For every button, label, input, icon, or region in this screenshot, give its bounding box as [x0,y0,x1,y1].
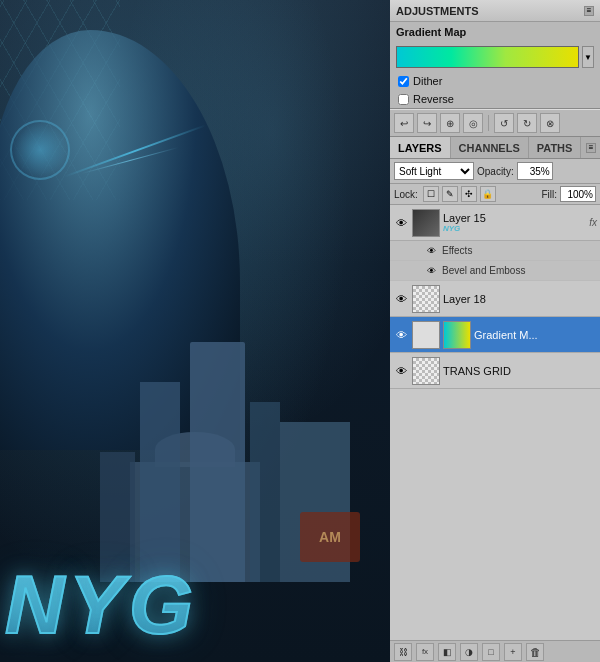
toolbar-btn-6[interactable]: ↻ [517,113,537,133]
layer-item-layer18[interactable]: 👁 Layer 18 [390,281,600,317]
lock-image-btn[interactable]: ✎ [442,186,458,202]
reverse-row: Reverse [390,90,600,108]
dither-row: Dither [390,72,600,90]
reverse-label: Reverse [413,93,454,105]
toolbar-btn-5[interactable]: ↺ [494,113,514,133]
layer-nyg-mini: NYG [443,224,586,233]
layer-info-trans: TRANS GRID [443,365,597,377]
nyg-text: NYG [5,558,390,652]
bevel-label: Bevel and Emboss [442,265,525,276]
layer-eye-layer18[interactable]: 👁 [393,291,409,307]
layer-thumb-layer15 [412,209,440,237]
layer-mask-btn[interactable]: ◧ [438,643,456,661]
layer-thumb-gradient-left [412,321,440,349]
layers-list: 👁 Layer 15 NYG fx 👁 Effects 👁 Bevel and … [390,205,600,640]
gradient-bar[interactable] [396,46,579,68]
bevel-eye[interactable]: 👁 [425,265,437,277]
gradient-bar-container: ▼ [390,42,600,72]
glow-circle [10,120,70,180]
fill-label: Fill: [541,189,557,200]
panel-controls: ≡ [584,6,594,16]
layers-tabs: LAYERS CHANNELS PATHS ≡ [390,137,600,159]
gradient-map-title: Gradient Map [390,22,600,42]
layer-item-layer15[interactable]: 👁 Layer 15 NYG fx [390,205,600,241]
panel-options-btn[interactable]: ≡ [584,6,594,16]
gradient-arrow[interactable]: ▼ [582,46,594,68]
layer-info-gradient: Gradient M... [474,329,597,341]
adjustments-panel-header: ADJUSTMENTS ≡ [390,0,600,22]
layer-name-layer15: Layer 15 [443,212,586,224]
lock-label: Lock: [394,189,418,200]
layer-item-gradient-map[interactable]: 👁 Gradient M... [390,317,600,353]
adjustments-panel: ADJUSTMENTS ≡ Gradient Map ▼ Dither Reve… [390,0,600,109]
layers-controls: Soft Light Normal Multiply Screen Overla… [390,159,600,184]
layer-delete-btn[interactable]: 🗑 [526,643,544,661]
lock-position-btn[interactable]: ✣ [461,186,477,202]
canvas-area: AM NYG [0,0,390,662]
layer-new-btn[interactable]: + [504,643,522,661]
toolbar-btn-1[interactable]: ↩ [394,113,414,133]
layer-info-layer18: Layer 18 [443,293,597,305]
toolbar-separator [488,115,489,131]
toolbar-btn-2[interactable]: ↪ [417,113,437,133]
opacity-input[interactable] [517,162,553,180]
effects-label: Effects [442,245,472,256]
layer-thumb-trans [412,357,440,385]
building-2 [190,342,245,582]
tab-channels[interactable]: CHANNELS [451,137,529,158]
building-1 [140,382,180,582]
adjustments-title: ADJUSTMENTS [396,5,479,17]
layer-sub-effects[interactable]: 👁 Effects [390,241,600,261]
lock-transparent-btn[interactable]: ☐ [423,186,439,202]
tab-options: ≡ [586,137,600,158]
layer-sub-bevel[interactable]: 👁 Bevel and Emboss [390,261,600,281]
layer-eye-layer15[interactable]: 👁 [393,215,409,231]
lock-all-btn[interactable]: 🔒 [480,186,496,202]
layers-panel: LAYERS CHANNELS PATHS ≡ Soft Light Norma… [390,137,600,662]
toolbar-row: ↩ ↪ ⊕ ◎ ↺ ↻ ⊗ [390,109,600,137]
reverse-checkbox[interactable] [398,94,409,105]
toolbar-btn-3[interactable]: ⊕ [440,113,460,133]
layer-fx-layer15: fx [589,217,597,228]
toolbar-btn-7[interactable]: ⊗ [540,113,560,133]
dither-label: Dither [413,75,442,87]
tab-paths[interactable]: PATHS [529,137,582,158]
layer-name-trans: TRANS GRID [443,365,597,377]
effects-eye[interactable]: 👁 [425,245,437,257]
dither-checkbox[interactable] [398,76,409,87]
sign-element: AM [300,512,360,562]
layer-info-layer15: Layer 15 NYG [443,212,586,233]
layer-adjustment-btn[interactable]: ◑ [460,643,478,661]
sign-text: AM [319,529,341,545]
layer-item-trans-grid[interactable]: 👁 TRANS GRID [390,353,600,389]
tab-layers[interactable]: LAYERS [390,137,451,158]
layers-options-btn[interactable]: ≡ [586,143,596,153]
layer-name-gradient: Gradient M... [474,329,597,341]
layer-name-layer18: Layer 18 [443,293,597,305]
layer-fx-btn[interactable]: fx [416,643,434,661]
opacity-label: Opacity: [477,166,514,177]
layer-group-btn[interactable]: □ [482,643,500,661]
layer-thumb-layer18 [412,285,440,313]
layer-eye-trans[interactable]: 👁 [393,363,409,379]
fill-input[interactable] [560,186,596,202]
layer-link-btn[interactable]: ⛓ [394,643,412,661]
building-3 [250,402,280,582]
layers-lock-row: Lock: ☐ ✎ ✣ 🔒 Fill: [390,184,600,205]
toolbar-btn-4[interactable]: ◎ [463,113,483,133]
layer-eye-gradient[interactable]: 👁 [393,327,409,343]
layer-thumb-gradient-right [443,321,471,349]
blend-mode-select[interactable]: Soft Light Normal Multiply Screen Overla… [394,162,474,180]
right-panels: ADJUSTMENTS ≡ Gradient Map ▼ Dither Reve… [390,0,600,662]
layers-bottom: ⛓ fx ◧ ◑ □ + 🗑 [390,640,600,662]
